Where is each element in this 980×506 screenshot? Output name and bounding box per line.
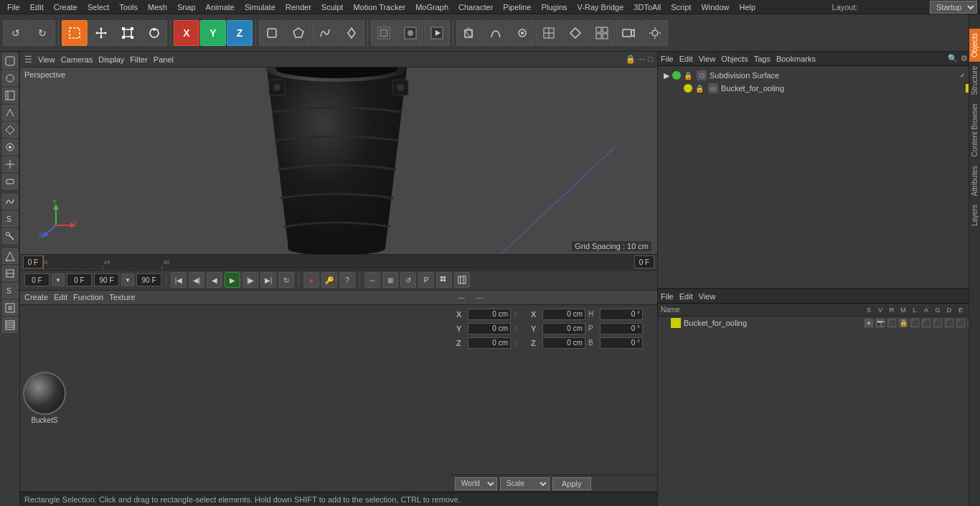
view-cube-button[interactable] bbox=[456, 20, 482, 46]
menu-animate[interactable]: Animate bbox=[202, 1, 239, 13]
left-tool-16[interactable] bbox=[2, 317, 18, 333]
attr-edit-menu[interactable]: Edit bbox=[679, 292, 693, 301]
material-item[interactable]: BucketS bbox=[23, 372, 66, 424]
scale-button[interactable] bbox=[115, 20, 141, 46]
side-tab-structure[interactable]: Structure bbox=[969, 62, 980, 100]
spline-mode-button[interactable] bbox=[312, 20, 338, 46]
obj-objects-menu[interactable]: Objects bbox=[721, 55, 748, 63]
attr-icon-6[interactable]: ⬛ bbox=[933, 318, 943, 328]
menu-pipeline[interactable]: Pipeline bbox=[499, 1, 535, 13]
render-button[interactable] bbox=[424, 20, 450, 46]
obj-edit-menu[interactable]: Edit bbox=[679, 55, 693, 63]
layout-selector[interactable]: Startup bbox=[930, 1, 977, 14]
attr-row-bucket[interactable]: Bucket_for_ooling ● 📷 ⬛ 🔒 ⬛ ⬛ ⬛ ⬛ ⬛ ⬛ bbox=[658, 317, 980, 329]
coord-y-size[interactable] bbox=[542, 323, 585, 334]
left-tool-13[interactable] bbox=[2, 266, 18, 281]
timeline-ruler[interactable]: 0 45 90 bbox=[43, 255, 634, 269]
timeline-frame-indicator[interactable] bbox=[23, 256, 43, 268]
obj-tags-menu[interactable]: Tags bbox=[754, 55, 771, 63]
left-tool-5[interactable] bbox=[2, 122, 18, 138]
left-tool-15[interactable] bbox=[2, 300, 18, 316]
attr-icon-4[interactable]: ⬛ bbox=[910, 318, 920, 328]
menu-mograph[interactable]: MoGraph bbox=[411, 1, 453, 13]
fps-button[interactable] bbox=[454, 272, 470, 288]
attr-icon-8[interactable]: ⬛ bbox=[956, 318, 966, 328]
menu-tools[interactable]: Tools bbox=[115, 1, 142, 13]
bone-mode-button[interactable] bbox=[339, 20, 364, 46]
menu-plugins[interactable]: Plugins bbox=[537, 1, 571, 13]
left-tool-1[interactable] bbox=[2, 53, 18, 69]
scale-select[interactable]: Scale Absolute bbox=[500, 477, 550, 490]
obj-view-menu[interactable]: View bbox=[699, 55, 716, 63]
coord-p-val[interactable] bbox=[600, 323, 643, 334]
object-mode-button[interactable] bbox=[259, 20, 285, 46]
menu-simulate[interactable]: Simulate bbox=[240, 1, 280, 13]
transport-current-frame[interactable] bbox=[67, 273, 92, 286]
record-button[interactable]: ● bbox=[303, 272, 319, 288]
attr-view-menu[interactable]: View bbox=[699, 292, 716, 301]
goto-start-button[interactable]: |◀ bbox=[171, 272, 187, 288]
menu-vray[interactable]: V-Ray Bridge bbox=[573, 1, 628, 13]
viewport-display-menu[interactable]: Display bbox=[98, 55, 124, 64]
left-tool-10[interactable]: S bbox=[2, 211, 18, 227]
menu-snap[interactable]: Snap bbox=[173, 1, 200, 13]
coord-x-size[interactable] bbox=[542, 309, 585, 320]
spline-tool-button[interactable] bbox=[483, 20, 509, 46]
transport-start-frame[interactable] bbox=[24, 273, 50, 286]
viewport-canvas[interactable]: Perspective bbox=[20, 67, 657, 254]
menu-mesh[interactable]: Mesh bbox=[143, 1, 171, 13]
menu-3dtoall[interactable]: 3DToAll bbox=[629, 1, 665, 13]
menu-window[interactable]: Window bbox=[697, 1, 733, 13]
timeline-end-frame[interactable] bbox=[634, 256, 654, 268]
side-tab-layers[interactable]: Layers bbox=[969, 200, 980, 230]
obj-bookmarks-menu[interactable]: Bookmarks bbox=[776, 55, 816, 63]
left-tool-6[interactable] bbox=[2, 139, 18, 155]
attr-icon-7[interactable]: ⬛ bbox=[944, 318, 954, 328]
rectangle-select-button[interactable] bbox=[62, 20, 88, 46]
menu-sculpt[interactable]: Sculpt bbox=[317, 1, 348, 13]
left-tool-4[interactable] bbox=[2, 105, 18, 121]
coord-h-val[interactable] bbox=[600, 309, 643, 320]
move-button[interactable] bbox=[88, 20, 114, 46]
attr-icon-cam[interactable]: 📷 bbox=[875, 318, 885, 328]
axis-x-button[interactable]: X bbox=[174, 20, 199, 46]
viewport-cameras-menu[interactable]: Cameras bbox=[61, 55, 93, 64]
coord-z-size[interactable] bbox=[542, 337, 585, 349]
mat-edit-menu[interactable]: Edit bbox=[54, 293, 67, 301]
search-icon[interactable]: 🔍 bbox=[948, 54, 958, 63]
coord-y-pos[interactable] bbox=[468, 323, 511, 334]
left-tool-12[interactable] bbox=[2, 248, 18, 264]
next-frame-button[interactable]: |▶ bbox=[242, 272, 258, 288]
grid-button[interactable] bbox=[589, 20, 615, 46]
empty-button[interactable] bbox=[562, 20, 588, 46]
auto-key-button[interactable]: 🔑 bbox=[321, 272, 337, 288]
undo-button[interactable]: ↺ bbox=[3, 20, 29, 46]
left-tool-9[interactable] bbox=[2, 194, 18, 210]
menu-render[interactable]: Render bbox=[281, 1, 316, 13]
settings-icon[interactable]: ⚙ bbox=[961, 54, 968, 63]
coord-tab-2[interactable]: --- bbox=[472, 292, 488, 303]
attr-icon-5[interactable]: ⬛ bbox=[921, 318, 931, 328]
attr-icon-render[interactable]: ⬛ bbox=[887, 318, 897, 328]
sculpt-tool-button[interactable] bbox=[536, 20, 562, 46]
poly-mode-button[interactable] bbox=[286, 20, 311, 46]
world-select[interactable]: World Object bbox=[455, 477, 497, 490]
viewport-panel-menu[interactable]: Panel bbox=[154, 55, 174, 64]
menu-help[interactable]: Help bbox=[735, 1, 760, 13]
transport-end-frame[interactable] bbox=[94, 273, 119, 286]
obj-subdivision-surface[interactable]: ▶ 🔒 ⬡ Subdivision Surface ✓ ✓ bbox=[661, 69, 977, 82]
prev-frame-button[interactable]: ◀| bbox=[189, 272, 204, 288]
side-tab-content-browser[interactable]: Content Browser bbox=[969, 99, 980, 161]
coord-x-pos[interactable] bbox=[468, 309, 511, 320]
left-tool-11[interactable] bbox=[2, 228, 18, 244]
render-region-button[interactable] bbox=[371, 20, 397, 46]
axis-y-button[interactable]: Y bbox=[200, 20, 226, 46]
left-tool-3[interactable] bbox=[2, 88, 18, 103]
menu-select[interactable]: Select bbox=[83, 1, 114, 13]
play-reverse-button[interactable]: ◀ bbox=[207, 272, 222, 288]
motion-path-button[interactable]: ? bbox=[339, 272, 355, 288]
obj-bucket[interactable]: 🔒 ▭ Bucket_for_ooling bbox=[661, 82, 977, 95]
transport-dropdown[interactable]: ▼ bbox=[52, 273, 65, 286]
goto-end-button[interactable]: ▶| bbox=[260, 272, 276, 288]
scale-key-button[interactable]: ⊠ bbox=[382, 272, 398, 288]
